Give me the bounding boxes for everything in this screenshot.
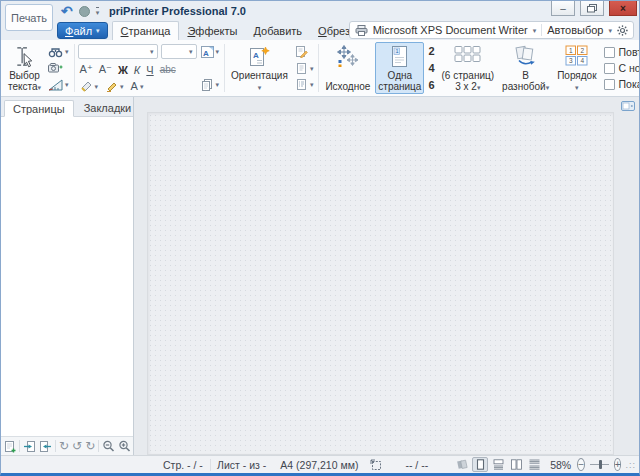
measure-button[interactable]: ▾ xyxy=(46,77,71,92)
checkbox-repeat[interactable]: Повт... xyxy=(604,46,640,58)
checkbox-box xyxy=(604,47,615,58)
highlight-color-button[interactable]: ▾ xyxy=(80,80,99,92)
titlebar: Печать ↶ ▾ priPrinter Professional 7.0 –… xyxy=(1,1,639,21)
ibeam-cursor-icon xyxy=(14,45,36,70)
chevron-down-icon: ▾ xyxy=(310,65,314,72)
resize-grip[interactable]: .:: xyxy=(625,460,636,470)
orientation-button[interactable]: A Ориентация▾ xyxy=(228,42,291,94)
printer-mode[interactable]: Автовыбор xyxy=(547,24,603,36)
six-pages-count-button[interactable]: 6 xyxy=(428,79,434,91)
page-setup-button[interactable]: ▾ xyxy=(293,61,316,76)
checkbox-new-sheet[interactable]: С нов... xyxy=(604,62,640,74)
select-text-button[interactable]: Выбортекста▾ xyxy=(5,42,44,94)
italic-button[interactable]: К xyxy=(134,64,140,76)
single-page-icon xyxy=(474,459,487,470)
print-button[interactable]: Печать xyxy=(5,4,53,31)
customize-toolbar-icon[interactable]: ▾ xyxy=(96,7,100,16)
sidebar-toolbar: ↻ ↺ ↻ xyxy=(1,436,133,455)
view-single-page-button[interactable] xyxy=(472,457,488,472)
chevron-down-icon: ▾ xyxy=(95,83,99,90)
six-pages-button[interactable]: (6 страниц)3 х 2▾ xyxy=(439,42,498,94)
copy-pages-icon xyxy=(201,79,214,91)
sidebar-tab-bookmarks[interactable]: Закладки xyxy=(76,100,140,116)
original-layout-button[interactable]: Исходное xyxy=(322,42,373,94)
chevron-down-icon: ▾ xyxy=(96,27,100,35)
rotate-ccw-button[interactable]: ↺ xyxy=(72,440,82,452)
shuffle-button[interactable]: Вразнобой▾ xyxy=(499,42,552,94)
document-pasteboard xyxy=(147,112,614,455)
file-menu-button[interactable]: Файл ▾ xyxy=(57,22,108,39)
chevron-down-icon: ▾ xyxy=(575,84,579,91)
printer-selector: Microsoft XPS Document Writer ▾ Автовыбо… xyxy=(349,21,634,39)
page-list-button[interactable]: ▾ xyxy=(293,77,316,92)
quick-access-toolbar: ↶ ▾ xyxy=(61,3,99,19)
two-pages-button[interactable]: 2 xyxy=(428,45,434,57)
zoom-in-button[interactable] xyxy=(118,440,131,453)
tab-add[interactable]: Добавить xyxy=(245,22,310,40)
edit-page-button[interactable] xyxy=(293,44,316,59)
strikethrough-button[interactable]: abc xyxy=(160,64,176,75)
gear-icon[interactable] xyxy=(617,25,628,36)
panel-toggle-button[interactable] xyxy=(621,100,635,112)
zoom-in-status-button[interactable]: + xyxy=(614,458,622,471)
camera-plus-icon xyxy=(48,62,63,74)
zoom-slider-handle[interactable] xyxy=(599,460,602,469)
printer-mode-dropdown-icon[interactable]: ▾ xyxy=(608,27,612,34)
minimize-button[interactable]: – xyxy=(551,1,575,16)
view-two-pages-button[interactable] xyxy=(508,457,524,472)
copy-format-button[interactable]: ▾ xyxy=(199,77,222,92)
zoom-out-button[interactable] xyxy=(102,440,115,453)
view-grid-button[interactable] xyxy=(526,457,542,472)
svg-text:4: 4 xyxy=(581,57,585,64)
svg-text:A: A xyxy=(203,48,209,57)
group-layout: Исходное 1 Однастраница 2 4 6 xyxy=(319,42,640,94)
order-button[interactable]: 1 2 3 4 Порядок▾ xyxy=(554,42,599,94)
pen-icon xyxy=(105,80,118,92)
bold-button[interactable]: Ж xyxy=(118,64,128,76)
view-page-rows-button[interactable] xyxy=(490,457,506,472)
find-button[interactable]: ▾ xyxy=(46,44,71,59)
one-page-icon: 1 xyxy=(391,45,408,68)
add-page-button[interactable] xyxy=(3,440,16,453)
status-sheet: Лист - из - xyxy=(217,459,266,471)
snapshot-button[interactable] xyxy=(46,61,71,76)
tab-page[interactable]: Страница xyxy=(112,21,180,40)
page-orientation-icon: A xyxy=(248,45,270,69)
font-color-button[interactable]: А ▾ xyxy=(131,80,144,92)
window-title: priPrinter Professional 7.0 xyxy=(109,5,246,17)
printer-name[interactable]: Microsoft XPS Document Writer xyxy=(373,24,528,36)
shrink-font-button[interactable]: А⁻ xyxy=(99,63,112,76)
insert-page-after-button[interactable] xyxy=(39,440,52,453)
zoom-percent: 58% xyxy=(550,459,571,471)
grow-font-button[interactable]: А⁺ xyxy=(80,63,93,76)
font-family-combo[interactable]: ▾ xyxy=(78,44,158,59)
insert-page-before-button[interactable] xyxy=(23,440,36,453)
status-page: Стр. - / - xyxy=(163,459,203,471)
zoom-slider[interactable] xyxy=(590,458,609,471)
four-pages-button[interactable]: 4 xyxy=(428,62,434,74)
rotate-180-button[interactable]: ↻ xyxy=(85,440,95,452)
status-selection: -- / -- xyxy=(405,459,428,471)
printer-dropdown-icon[interactable]: ▾ xyxy=(533,27,537,34)
one-page-button[interactable]: 1 Однастраница xyxy=(375,42,424,94)
status-paper-size: A4 (297,210 мм) xyxy=(280,459,358,471)
redo-circle-icon[interactable] xyxy=(79,6,90,17)
tab-effects[interactable]: Эффекты xyxy=(179,22,245,40)
page-rows-icon xyxy=(492,459,505,470)
crop-tool-button[interactable] xyxy=(370,459,383,471)
checkbox-show[interactable]: Показ... xyxy=(604,78,640,90)
rotate-cw-button[interactable]: ↻ xyxy=(59,440,69,452)
crop-icon xyxy=(370,459,383,471)
text-style-button[interactable]: A ▾ xyxy=(199,44,222,59)
undo-icon[interactable]: ↶ xyxy=(61,4,73,18)
restore-icon xyxy=(587,4,597,13)
close-button[interactable]: × xyxy=(609,1,637,16)
view-tilted-button[interactable] xyxy=(454,457,470,472)
sidebar-tab-pages[interactable]: Страницы xyxy=(4,100,74,117)
zoom-out-status-button[interactable]: − xyxy=(577,458,585,471)
two-pages-icon xyxy=(510,459,523,470)
restore-button[interactable] xyxy=(580,1,604,16)
pen-color-button[interactable]: ▾ xyxy=(105,80,124,92)
underline-button[interactable]: Ч xyxy=(146,64,153,76)
font-size-combo[interactable]: ▾ xyxy=(161,44,197,59)
